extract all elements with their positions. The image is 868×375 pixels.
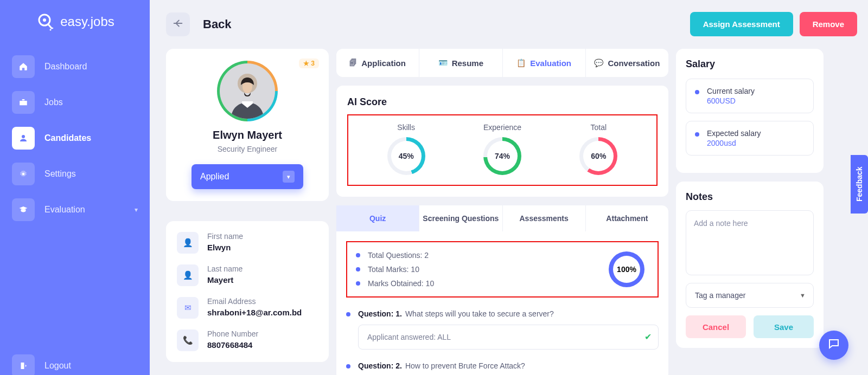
rating-badge: ★3 [299, 59, 319, 68]
bullet-icon [695, 90, 699, 94]
sidebar-item-dashboard[interactable]: Dashboard [12, 49, 138, 85]
subtab-assessments[interactable]: Assessments [503, 205, 586, 231]
subtab-screening[interactable]: Screening Questions [419, 205, 502, 231]
sidebar-item-label: Evaluation [44, 205, 85, 215]
subtab-quiz[interactable]: Quiz [336, 205, 419, 231]
sidebar-item-logout[interactable]: Logout [12, 354, 71, 375]
candidate-role: Security Engineer [176, 145, 319, 153]
bullet-icon [356, 253, 360, 257]
brand-name: easy.jobs [60, 14, 114, 29]
quiz-question-2: Question: 2.How to prevent Brute Force A… [346, 361, 659, 370]
svg-point-3 [52, 28, 53, 29]
svg-point-1 [43, 18, 46, 22]
notes-card: Notes Add a note here Tag a manager ▼ Ca… [676, 182, 824, 348]
bullet-icon [356, 281, 360, 286]
sidebar-item-jobs[interactable]: Jobs [12, 85, 138, 120]
gear-icon [12, 163, 35, 185]
chat-fab[interactable] [819, 331, 848, 360]
sidebar-item-label: Jobs [44, 98, 63, 107]
mail-icon: ✉ [177, 297, 199, 319]
bullet-icon [346, 364, 350, 368]
chevron-down-icon: ▾ [283, 171, 295, 183]
avatar-image [220, 63, 275, 119]
ai-score-row: Skills 45% Experience 74% Total 60% [347, 114, 658, 186]
info-last-name: 👤 Last nameMayert [177, 264, 318, 286]
score-total: Total 60% [579, 123, 617, 175]
page-header: Back Assign Assessment Remove [166, 12, 857, 36]
remove-button[interactable]: Remove [800, 12, 857, 36]
chat-bubble-icon [827, 337, 840, 353]
quiz-card: Quiz Screening Questions Assessments Att… [336, 205, 668, 375]
sidebar-item-label: Logout [44, 361, 71, 371]
sidebar-item-label: Settings [44, 169, 76, 179]
candidate-profile-card: ★3 Elwyn Mayert Security Engineer Applie… [166, 49, 329, 201]
right-panel: Salary Current salary600USD Expected sal… [676, 49, 824, 348]
quiz-score-ring: 100% [609, 251, 644, 287]
tag-manager-select[interactable]: Tag a manager ▼ [686, 283, 814, 308]
info-email: ✉ Email Addressshraboni+18@ar.com.bd [177, 297, 318, 319]
tab-resume[interactable]: 🪪Resume [419, 49, 502, 77]
score-skills: Skills 45% [387, 123, 425, 175]
notes-title: Notes [686, 191, 814, 203]
caret-down-icon: ▼ [800, 292, 806, 299]
check-icon: ✔ [644, 332, 652, 342]
sidebar-item-candidates[interactable]: Candidates [12, 120, 138, 156]
assign-assessment-button[interactable]: Assign Assessment [690, 12, 793, 36]
page-title: Back [203, 17, 232, 31]
sub-tabs: Quiz Screening Questions Assessments Att… [336, 205, 668, 231]
cancel-button[interactable]: Cancel [686, 315, 746, 338]
ai-score-card: AI Score Skills 45% Experience 74% Total… [336, 86, 668, 197]
salary-card: Salary Current salary600USD Expected sal… [676, 49, 824, 173]
sidebar-item-label: Candidates [44, 133, 91, 143]
sidebar-item-settings[interactable]: Settings [12, 156, 138, 192]
clipboard-icon: 📋 [516, 59, 526, 67]
subtab-attachment[interactable]: Attachment [586, 205, 668, 231]
home-icon [12, 55, 35, 78]
back-button[interactable] [166, 12, 190, 36]
logout-icon [12, 354, 35, 375]
info-phone: 📞 Phone Number8807668484 [177, 329, 318, 351]
avatar [217, 61, 278, 121]
notes-input[interactable]: Add a note here [686, 210, 814, 275]
chat-icon: 💬 [594, 59, 603, 67]
tab-conversation[interactable]: 💬Conversation [586, 49, 668, 77]
star-icon: ★ [303, 60, 309, 67]
salary-expected: Expected salary2000usd [686, 121, 814, 156]
bullet-icon [695, 132, 699, 137]
feedback-tab[interactable]: Feedback [851, 155, 868, 214]
ai-score-title: AI Score [347, 96, 658, 108]
tab-evaluation[interactable]: 📋Evaluation [503, 49, 586, 77]
sidebar-item-evaluation[interactable]: Evaluation ▾ [12, 192, 138, 228]
graduation-icon [12, 198, 35, 221]
evaluation-panel: 🗐Application 🪪Resume 📋Evaluation 💬Conver… [336, 49, 668, 375]
salary-title: Salary [686, 59, 814, 70]
main-tabs: 🗐Application 🪪Resume 📋Evaluation 💬Conver… [336, 49, 668, 77]
briefcase-icon [12, 91, 35, 114]
status-dropdown[interactable]: Applied ▾ [192, 164, 303, 189]
sidebar-item-label: Dashboard [44, 62, 87, 72]
user-icon: 👤 [177, 232, 199, 254]
chevron-down-icon: ▾ [135, 206, 138, 214]
phone-icon: 📞 [177, 329, 199, 351]
save-button[interactable]: Save [754, 315, 814, 338]
bullet-icon [356, 267, 360, 271]
info-first-name: 👤 First nameElwyn [177, 232, 318, 254]
quiz-question-1: Question: 1.What steps will you take to … [346, 309, 659, 318]
status-label: Applied [200, 172, 229, 182]
bullet-icon [346, 312, 350, 316]
document-icon: 🗐 [349, 59, 357, 67]
user-icon: 👤 [177, 264, 199, 286]
svg-point-2 [50, 29, 52, 31]
sidebar: easy.jobs Dashboard Jobs Candidates Sett… [0, 0, 150, 375]
id-card-icon: 🪪 [438, 59, 448, 67]
tab-application[interactable]: 🗐Application [336, 49, 419, 77]
brand: easy.jobs [0, 0, 150, 43]
brand-logo-icon [35, 12, 55, 31]
svg-point-4 [22, 135, 25, 138]
candidate-info-card: 👤 First nameElwyn 👤 Last nameMayert ✉ Em… [166, 221, 329, 362]
quiz-answer-1: Applicant answered: ALL ✔ [358, 325, 659, 350]
user-icon [12, 127, 35, 150]
arrow-left-icon [172, 17, 184, 31]
quiz-summary: Total Questions: 2 Total Marks: 10 Marks… [346, 241, 659, 298]
candidate-name: Elwyn Mayert [176, 129, 319, 141]
